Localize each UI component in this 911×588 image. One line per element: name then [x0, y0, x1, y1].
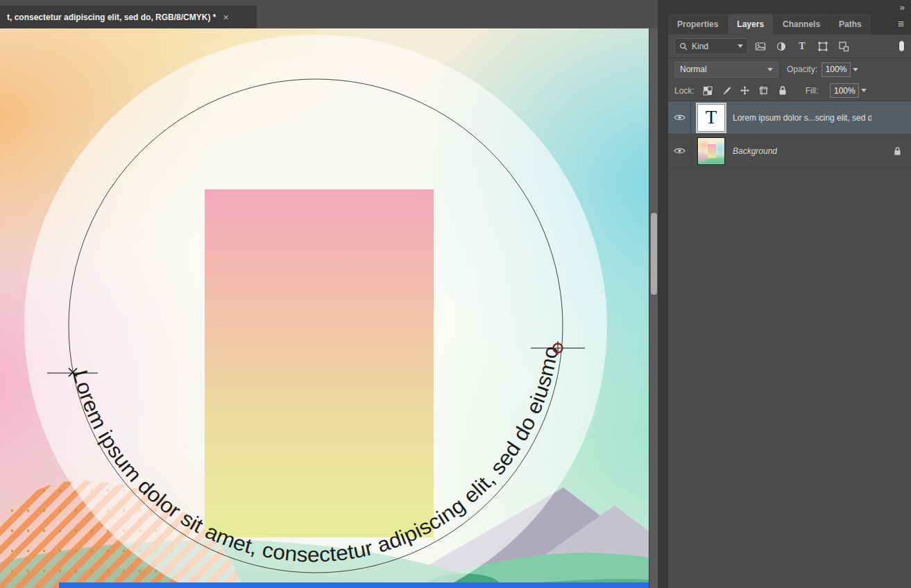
adjustment-icon: [776, 41, 787, 52]
tab-layers[interactable]: Layers: [728, 14, 773, 35]
tab-paths[interactable]: Paths: [830, 14, 871, 35]
type-path-overlay: Lorem ipsum dolor sit amet, consectetur …: [0, 28, 649, 588]
lock-position-button[interactable]: [740, 85, 751, 96]
background-layer-thumbnail[interactable]: [697, 137, 725, 165]
document-tab-bar: t, consectetur adipiscing elit, sed do, …: [0, 0, 658, 28]
layer-locked-indicator: [893, 146, 902, 156]
layers-list: T Lorem ipsum dolor s...scing elit, sed …: [668, 101, 911, 168]
filter-type-layers-button[interactable]: T: [794, 38, 810, 55]
panel-menu-icon[interactable]: ≡: [891, 14, 911, 35]
move-icon: [740, 85, 750, 96]
lock-row: Lock:: [668, 80, 911, 101]
lock-image-pixels-button[interactable]: [721, 85, 732, 96]
search-icon: [679, 42, 688, 51]
photoshop-window: t, consectetur adipiscing elit, sed do, …: [0, 0, 911, 588]
blend-mode-value: Normal: [680, 64, 707, 74]
layer-row-background[interactable]: Background: [668, 135, 911, 168]
opacity-label: Opacity:: [787, 64, 817, 74]
tab-properties[interactable]: Properties: [668, 14, 727, 35]
filter-pixel-layers-button[interactable]: [752, 38, 769, 55]
layer-name[interactable]: Lorem ipsum dolor s...scing elit, sed do: [733, 113, 871, 123]
canvas[interactable]: Lorem ipsum dolor sit amet, consectetur …: [0, 28, 649, 588]
layer-row-type[interactable]: T Lorem ipsum dolor s...scing elit, sed …: [668, 101, 911, 135]
panel-dock: » Properties Layers Channels Paths ≡: [668, 0, 911, 588]
type-thumbnail-glyph: T: [706, 107, 717, 128]
lock-label: Lock:: [674, 86, 695, 96]
lock-icon: [893, 146, 902, 156]
layer-filter-kind-select[interactable]: Kind: [674, 38, 748, 55]
layer-filtering-toggle[interactable]: [899, 40, 905, 52]
lock-icon: [778, 85, 787, 96]
close-document-icon[interactable]: ×: [223, 12, 228, 22]
blend-row: Normal Opacity: 100%: [668, 58, 911, 80]
filter-smart-objects-button[interactable]: [835, 38, 852, 55]
lock-all-button[interactable]: [777, 85, 788, 96]
text-on-path[interactable]: Lorem ipsum dolor sit amet, consectetur …: [0, 28, 562, 566]
shape-icon: [817, 41, 828, 52]
filter-shape-layers-button[interactable]: [815, 38, 831, 55]
layer-filter-row: Kind T: [668, 35, 911, 58]
tab-channels-label: Channels: [783, 19, 820, 29]
visibility-toggle[interactable]: [668, 101, 691, 134]
panel-overflow-icon[interactable]: »: [900, 3, 905, 12]
chevron-down-icon: [738, 44, 743, 48]
brush-icon: [721, 85, 731, 96]
fill-dropdown-icon[interactable]: [861, 89, 867, 92]
lock-transparent-pixels-button[interactable]: [702, 85, 713, 96]
thumbnail-rect-detail: [708, 144, 716, 158]
smart-object-icon: [838, 41, 849, 52]
opacity-dropdown-icon[interactable]: [853, 68, 858, 71]
document-title: t, consectetur adipiscing elit, sed do, …: [7, 12, 216, 22]
layer-name[interactable]: Background: [733, 146, 777, 156]
image-icon: [755, 41, 766, 52]
blend-mode-select[interactable]: Normal: [674, 62, 778, 78]
visibility-toggle[interactable]: [668, 135, 691, 167]
canvas-vertical-scrollbar[interactable]: [649, 28, 658, 588]
panel-header: »: [668, 0, 911, 14]
panel-tab-bar: Properties Layers Channels Paths ≡: [668, 14, 911, 35]
lock-artboard-nesting-button[interactable]: [758, 85, 769, 96]
chevron-down-icon: [767, 68, 773, 71]
tab-properties-label: Properties: [677, 19, 718, 29]
layers-panel-body: Kind T: [668, 35, 911, 588]
opacity-input[interactable]: 100%: [821, 62, 851, 77]
artboard-icon: [758, 85, 769, 96]
kind-label: Kind: [692, 42, 708, 51]
fill-input[interactable]: 100%: [830, 83, 859, 98]
tab-layers-label: Layers: [737, 19, 764, 29]
filter-adjustment-layers-button[interactable]: [773, 38, 790, 55]
document-tab[interactable]: t, consectetur adipiscing elit, sed do, …: [0, 6, 257, 28]
tab-channels[interactable]: Channels: [774, 14, 829, 35]
scrollbar-thumb[interactable]: [651, 213, 657, 295]
eye-icon: [674, 114, 686, 121]
type-layer-thumbnail[interactable]: T: [697, 104, 725, 132]
tab-paths-label: Paths: [839, 19, 862, 29]
checkerboard-icon: [703, 86, 713, 96]
fill-label: Fill:: [806, 86, 819, 96]
eye-icon: [674, 147, 686, 155]
